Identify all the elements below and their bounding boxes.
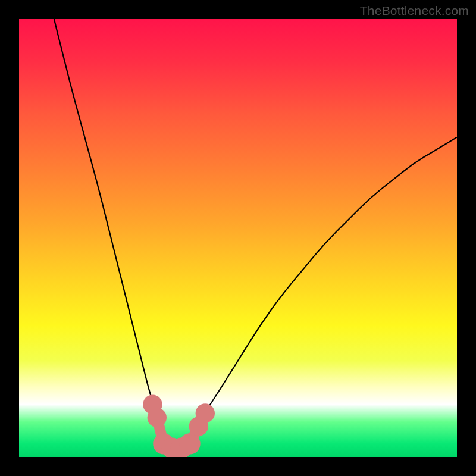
chart-frame: TheBottleneck.com: [0, 0, 476, 476]
curve-markers: [143, 395, 215, 458]
curve-svg: [19, 19, 457, 457]
plot-area: [19, 19, 457, 457]
marker-right-2: [196, 403, 215, 422]
watermark-text: TheBottleneck.com: [360, 4, 469, 18]
curve-group: [54, 19, 457, 457]
marker-left-2: [148, 408, 167, 427]
bottleneck-curve-path: [54, 19, 457, 448]
marker-trough-4: [179, 433, 200, 454]
